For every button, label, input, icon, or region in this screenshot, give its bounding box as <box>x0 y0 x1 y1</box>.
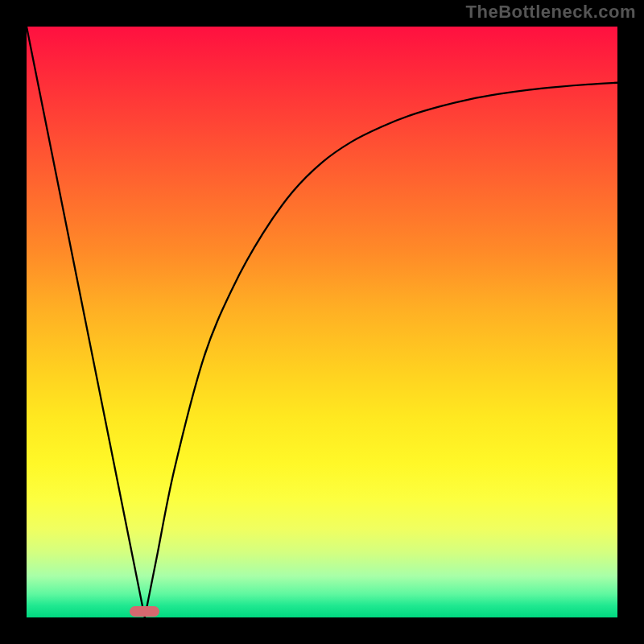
curve-svg <box>27 27 617 617</box>
watermark-text: TheBottleneck.com <box>466 2 636 23</box>
chart-container: TheBottleneck.com <box>0 0 644 644</box>
plot-area <box>27 27 617 617</box>
minimum-marker <box>130 606 159 617</box>
bottleneck-curve <box>27 27 617 617</box>
